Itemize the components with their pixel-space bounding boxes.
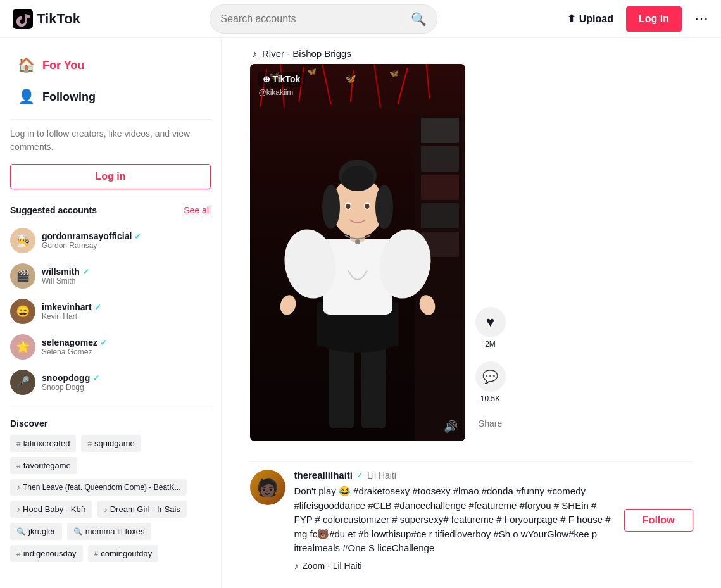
- video-song-title[interactable]: River - Bishop Briggs: [262, 48, 351, 59]
- username-selena: selenagomez ✓: [42, 337, 211, 347]
- suggested-title: Suggested accounts: [10, 205, 97, 215]
- realname-kevin: Kevin Hart: [42, 312, 211, 321]
- sidebar-nav: 🏠 For You 👤 Following: [10, 51, 211, 111]
- sidebar-login-button[interactable]: Log in: [10, 164, 211, 189]
- account-item-will[interactable]: 🎬 willsmith ✓ Will Smith: [10, 258, 211, 294]
- video-actions: ♥ 2M 💬 10.5K Share: [475, 64, 506, 441]
- like-button[interactable]: ♥: [475, 307, 506, 337]
- svg-point-19: [278, 293, 298, 316]
- poster-avatar[interactable]: 🧑🏿: [250, 470, 285, 505]
- search-input[interactable]: [220, 13, 395, 25]
- post-song-title[interactable]: Zoom - Lil Haiti: [303, 561, 362, 571]
- hashtag-icon-4: #: [94, 549, 99, 558]
- svg-point-16: [346, 204, 350, 209]
- hashtag-icon-0: #: [16, 439, 21, 448]
- share-button[interactable]: Share: [479, 418, 502, 428]
- home-icon: 🏠: [18, 57, 35, 73]
- music-note-icon: ♪: [253, 48, 258, 59]
- suggested-accounts-list: 👨‍🍳 gordonramsayofficial ✓ Gordon Ramsay…: [10, 223, 211, 400]
- comments-count: 10.5K: [480, 394, 500, 403]
- main-content: ♪ River - Bishop Briggs: [222, 38, 721, 588]
- search-bar: 🔍: [210, 4, 437, 34]
- video-tiktok-watermark: ⊕ TikTok: [258, 72, 306, 87]
- tag-comingoutday[interactable]: #comingoutday: [88, 545, 159, 562]
- realname-will: Will Smith: [42, 277, 211, 285]
- account-info-selena: selenagomez ✓ Selena Gomez: [42, 337, 211, 356]
- post-content: thereallilhaiti ✓ Lil Haiti Don't play 😂…: [294, 470, 615, 571]
- discover-title: Discover: [10, 418, 211, 428]
- logo-text: TikTok: [37, 11, 80, 27]
- music-note-icon-post: ♪: [294, 561, 299, 571]
- discover-divider: [10, 408, 211, 408]
- tag-squidgame[interactable]: #squidgame: [81, 435, 141, 452]
- account-item-kevin[interactable]: 😄 imkevinhart ✓ Kevin Hart: [10, 294, 211, 329]
- tag-indigenousday[interactable]: #indigenousday: [10, 545, 83, 562]
- username-kevin: imkevinhart ✓: [42, 302, 211, 312]
- post-verified-icon: ✓: [356, 470, 363, 480]
- sidebar-item-for-you[interactable]: 🏠 For You: [10, 51, 211, 80]
- username-snoop: snoopdogg ✓: [42, 373, 211, 383]
- post-music: ♪ Zoom - Lil Haiti: [294, 561, 615, 571]
- account-info-gordon: gordonramsayofficial ✓ Gordon Ramsay: [42, 231, 211, 250]
- account-info-snoop: snoopdogg ✓ Snoop Dogg: [42, 373, 211, 392]
- tag-then-leave[interactable]: ♪Then Leave (feat. Queendom Come) - Beat…: [10, 479, 187, 496]
- svg-point-11: [342, 166, 373, 191]
- post-realname: Lil Haiti: [367, 470, 396, 480]
- video-main-area: 🦋 🦋 🦋 🦋: [250, 64, 693, 441]
- header-right: ⬆ Upload Log in ⋯: [567, 6, 708, 32]
- upload-button[interactable]: ⬆ Upload: [567, 13, 613, 25]
- post-card: 🧑🏿 thereallilhaiti ✓ Lil Haiti Don't pla…: [250, 461, 693, 579]
- username-will: willsmith ✓: [42, 266, 211, 277]
- svg-point-18: [355, 239, 360, 244]
- tag-latinxcreated[interactable]: #latinxcreated: [10, 435, 76, 452]
- sidebar-item-following[interactable]: 👤 Following: [10, 82, 211, 111]
- volume-icon[interactable]: 🔊: [444, 420, 458, 434]
- account-item-selena[interactable]: 🌟 selenagomez ✓ Selena Gomez: [10, 329, 211, 365]
- avatar-selena: 🌟: [10, 334, 35, 360]
- hashtag-icon-3: #: [16, 549, 21, 558]
- discover-section: Discover #latinxcreated #squidgame #favo…: [10, 418, 211, 562]
- verified-icon-kevin: ✓: [94, 303, 101, 312]
- search-divider: [403, 10, 403, 28]
- more-options-button[interactable]: ⋯: [694, 11, 708, 27]
- hashtag-icon-2: #: [16, 461, 21, 470]
- tag-momma-lil-foxes[interactable]: 🔍momma lil foxes: [67, 523, 151, 540]
- header: TikTok 🔍 ⬆ Upload Log in ⋯: [0, 0, 721, 38]
- tag-jkrugler[interactable]: 🔍jkrugler: [10, 523, 62, 540]
- nav-divider: [10, 119, 211, 120]
- svg-point-17: [365, 204, 369, 209]
- realname-gordon: Gordon Ramsay: [42, 241, 211, 250]
- sidebar: 🏠 For You 👤 Following Log in to follow c…: [0, 38, 222, 588]
- video-thumbnail[interactable]: 🦋 🦋 🦋 🦋: [250, 64, 465, 441]
- logo[interactable]: TikTok: [13, 9, 80, 29]
- likes-count: 2M: [485, 340, 496, 349]
- post-description: Don't play 😂 #draketosexy #toosexy #lmao…: [294, 484, 615, 556]
- tag-dream-girl[interactable]: ♪Dream Girl - Ir Sais: [97, 501, 187, 518]
- svg-rect-1: [329, 340, 354, 428]
- hashtag-icon-1: #: [87, 439, 92, 448]
- following-label: Following: [42, 91, 96, 104]
- like-action: ♥ 2M: [475, 307, 506, 349]
- tag-favoritegame[interactable]: #favoritegame: [10, 457, 77, 474]
- see-all-link[interactable]: See all: [184, 205, 211, 215]
- verified-icon-selena: ✓: [100, 338, 107, 347]
- search-button[interactable]: 🔍: [411, 11, 427, 27]
- follow-button[interactable]: Follow: [624, 509, 693, 532]
- tags-container: #latinxcreated #squidgame #favoritegame …: [10, 435, 211, 562]
- svg-rect-2: [361, 340, 386, 428]
- following-icon: 👤: [18, 89, 35, 105]
- comment-button[interactable]: 💬: [475, 361, 506, 392]
- verified-icon-gordon: ✓: [134, 232, 141, 241]
- account-info-kevin: imkevinhart ✓ Kevin Hart: [42, 302, 211, 321]
- login-prompt-text: Log in to follow creators, like videos, …: [10, 127, 211, 154]
- watermark-logo: ⊕ TikTok: [263, 74, 301, 84]
- login-button[interactable]: Log in: [626, 6, 682, 32]
- account-item-gordon[interactable]: 👨‍🍳 gordonramsayofficial ✓ Gordon Ramsay: [10, 223, 211, 258]
- post-username[interactable]: thereallilhaiti: [294, 470, 353, 480]
- tiktok-logo-icon: [13, 9, 33, 29]
- username-gordon: gordonramsayofficial ✓: [42, 231, 211, 241]
- feed: ♪ River - Bishop Briggs: [250, 48, 693, 579]
- account-item-snoop[interactable]: 🎤 snoopdogg ✓ Snoop Dogg: [10, 365, 211, 400]
- music-icon-2: ♪: [104, 505, 108, 514]
- tag-hood-baby[interactable]: ♪Hood Baby - Kbfr: [10, 501, 92, 518]
